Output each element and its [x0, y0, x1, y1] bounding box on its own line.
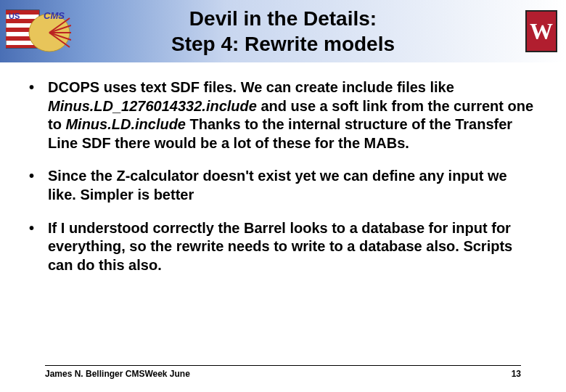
bullet-marker-icon: • [28, 78, 48, 152]
footer-page-number: 13 [512, 369, 521, 379]
bullet-marker-icon: • [28, 167, 48, 204]
title-line-2: Step 4: Rewrite models [0, 31, 566, 57]
slide-footer: James N. Bellinger CMSWeek June 13 [45, 365, 521, 379]
bullet-item: • Since the Z-calculator doesn't exist y… [28, 167, 538, 204]
footer-divider [45, 365, 521, 366]
text-segment: DCOPS uses text SDF files. We can create… [48, 79, 454, 95]
bullet-text: DCOPS uses text SDF files. We can create… [48, 78, 538, 152]
text-italic: Minus.LD_1276014332.include [48, 98, 257, 114]
bullet-text: If I understood correctly the Barrel loo… [48, 219, 538, 275]
bullet-text: Since the Z-calculator doesn't exist yet… [48, 167, 538, 204]
title-line-1: Devil in the Details: [0, 6, 566, 31]
slide-title: Devil in the Details: Step 4: Rewrite mo… [0, 6, 566, 57]
footer-author: James N. Bellinger CMSWeek June [45, 369, 190, 379]
text-italic: Minus.LD.include [65, 116, 186, 132]
bullet-item: • DCOPS uses text SDF files. We can crea… [28, 78, 538, 152]
slide-header: US CMS W Devil in the Details: Step 4: R… [0, 0, 566, 62]
bullet-marker-icon: • [28, 219, 48, 275]
bullet-item: • If I understood correctly the Barrel l… [28, 219, 538, 275]
slide-body: • DCOPS uses text SDF files. We can crea… [0, 62, 566, 274]
